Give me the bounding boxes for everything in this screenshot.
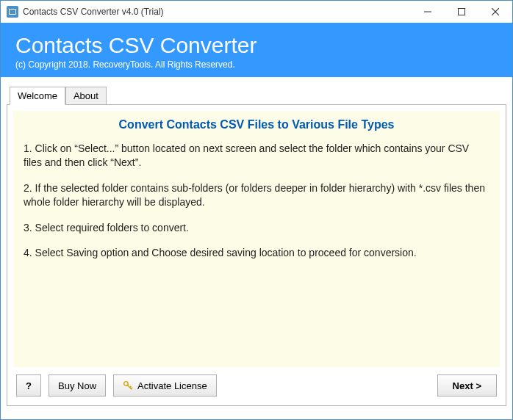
- tab-strip: Welcome About: [10, 86, 506, 104]
- header-banner: Contacts CSV Converter (c) Copyright 201…: [1, 23, 512, 77]
- app-icon: [7, 6, 18, 18]
- tab-welcome[interactable]: Welcome: [10, 87, 65, 105]
- key-icon: [123, 380, 133, 391]
- content-area: Welcome About Convert Contacts CSV Files…: [1, 77, 512, 412]
- app-title: Contacts CSV Converter: [15, 33, 498, 58]
- activate-license-button[interactable]: Activate License: [113, 374, 217, 397]
- welcome-step4: 4. Select Saving option and Choose desir…: [24, 246, 489, 260]
- next-button[interactable]: Next >: [437, 374, 497, 397]
- help-button[interactable]: ?: [16, 374, 41, 397]
- welcome-heading: Convert Contacts CSV Files to Various Fi…: [24, 118, 489, 131]
- copyright-text: (c) Copyright 2018. RecoveryTools. All R…: [15, 59, 498, 70]
- close-button[interactable]: [478, 1, 512, 23]
- svg-line-6: [130, 386, 132, 388]
- tab-about[interactable]: About: [65, 87, 107, 105]
- maximize-button[interactable]: [445, 1, 478, 23]
- welcome-step1: 1. Click on “Select...” button located o…: [24, 142, 489, 170]
- svg-rect-1: [459, 9, 465, 15]
- tab-content: Convert Contacts CSV Files to Various Fi…: [7, 104, 506, 406]
- svg-line-7: [131, 388, 132, 389]
- titlebar: Contacts CSV Converter v4.0 (Trial): [1, 1, 512, 23]
- button-row: ? Buy Now Activate License Next >: [13, 367, 500, 399]
- welcome-step2: 2. If the selected folder contains sub-f…: [24, 181, 489, 209]
- window-title: Contacts CSV Converter v4.0 (Trial): [23, 7, 411, 17]
- welcome-panel: Convert Contacts CSV Files to Various Fi…: [13, 111, 500, 367]
- activate-license-label: Activate License: [137, 380, 207, 391]
- window-controls: [411, 1, 512, 23]
- minimize-button[interactable]: [411, 1, 445, 23]
- buy-now-button[interactable]: Buy Now: [49, 374, 106, 397]
- welcome-step3: 3. Select required folders to convert.: [24, 221, 489, 235]
